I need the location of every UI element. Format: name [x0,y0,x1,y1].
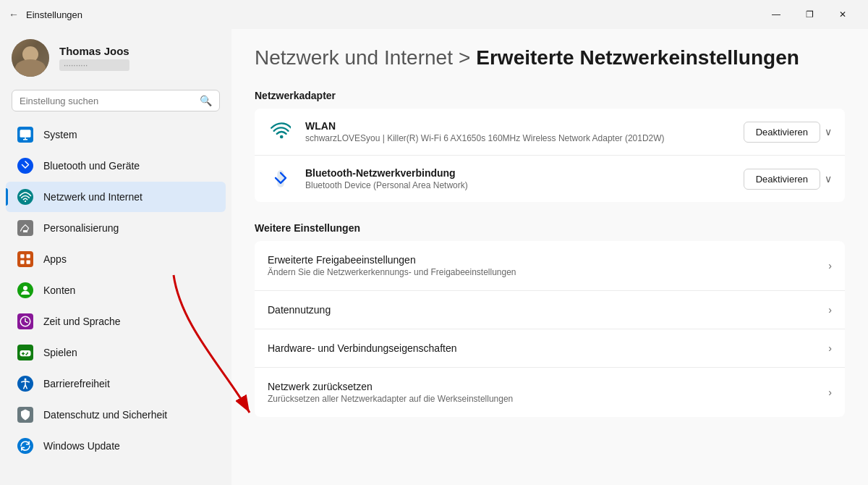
search-box[interactable]: 🔍 [12,90,220,111]
sidebar: Thomas Joos ·········· 🔍 SystemBluetooth… [0,29,231,485]
network-reset-item-desc: Zurücksetzen aller Netzwerkadapter auf d… [268,394,828,404]
apps-icon [17,251,33,267]
svg-rect-2 [23,230,27,232]
sidebar-item-personalization[interactable]: Personalisierung [6,213,226,243]
svg-point-11 [25,354,27,355]
sharing-item-desc: Ändern Sie die Netzwerkerkennungs- und F… [268,267,828,277]
svg-point-1 [25,201,26,202]
sidebar-item-label-privacy: Datenschutz und Sicherheit [43,409,167,421]
data-usage-item-info: Datennutzung [268,304,828,316]
minimize-button[interactable]: — [760,3,793,26]
bluetooth-icon [17,158,33,174]
data-usage-item-title: Datennutzung [268,304,828,316]
hardware-chevron-right-icon: › [828,342,832,354]
network-icon [17,189,33,205]
data-usage-settings-item[interactable]: Datennutzung › [255,291,845,329]
system-icon [17,127,33,143]
breadcrumb: Netzwerk und Internet > Erweiterte Netzw… [255,46,845,69]
breadcrumb-current: Erweiterte Netzwerkeinstellungen [476,46,799,69]
wlan-adapter-info: WLAN schwarzLOVESyou | Killer(R) Wi-Fi 6… [305,120,732,143]
bluetooth-net-adapter-desc: Bluetooth Device (Personal Area Network) [305,180,732,190]
title-bar-title: Einstellungen [26,9,82,20]
bluetooth-net-adapter-right: Deaktivieren ∨ [744,169,832,190]
svg-point-10 [27,353,28,354]
privacy-icon [17,407,33,423]
hardware-item-title: Hardware- und Verbindungseigenschaften [268,342,828,354]
svg-point-7 [23,286,27,290]
hardware-item-info: Hardware- und Verbindungseigenschaften [268,342,828,354]
title-bar: ← Einstellungen — ❐ ✕ [0,0,868,29]
further-settings-card: Erweiterte Freigabeeinstellungen Ändern … [255,241,845,417]
further-settings-section-title: Weitere Einstellungen [255,222,845,234]
svg-rect-5 [20,261,24,264]
svg-rect-9 [20,350,31,356]
adapters-section-title: Netzwerkadapter [255,90,845,101]
accounts-icon [17,282,33,298]
breadcrumb-parent: Netzwerk und Internet [255,46,453,69]
sharing-chevron-right-icon: › [828,260,832,271]
wlan-deactivate-button[interactable]: Deaktivieren [744,122,820,143]
nav-list: SystemBluetooth und GeräteNetzwerk und I… [0,119,231,462]
sidebar-item-system[interactable]: System [6,119,226,150]
avatar [12,39,49,77]
user-email: ·········· [59,59,129,71]
sidebar-item-label-accounts: Konten [43,284,75,296]
wlan-adapter-name: WLAN [305,120,732,132]
accessibility-icon [17,376,33,392]
wlan-adapter-desc: schwarzLOVESyou | Killer(R) Wi-Fi 6 AX16… [305,133,732,143]
sidebar-item-bluetooth[interactable]: Bluetooth und Geräte [6,151,226,181]
network-reset-item-info: Netzwerk zurücksetzen Zurücksetzen aller… [268,381,828,404]
sidebar-item-gaming[interactable]: Spielen [6,337,226,368]
sidebar-item-label-personalization: Personalisierung [43,222,119,234]
sidebar-item-label-network: Netzwerk und Internet [43,191,142,203]
network-reset-chevron-right-icon: › [828,387,832,398]
bluetooth-net-icon [268,166,294,192]
bluetooth-net-adapter-name: Bluetooth-Netzwerkverbindung [305,167,732,179]
wlan-adapter-right: Deaktivieren ∨ [744,122,832,143]
content-inner: Netzwerk und Internet > Erweiterte Netzw… [231,29,868,436]
wifi-icon [268,119,294,145]
breadcrumb-separator: > [459,46,470,69]
sidebar-item-time[interactable]: Zeit und Sprache [6,306,226,337]
title-bar-left: ← Einstellungen [9,9,82,20]
sidebar-item-accounts[interactable]: Konten [6,275,226,305]
svg-rect-6 [27,261,30,264]
wlan-adapter-item[interactable]: WLAN schwarzLOVESyou | Killer(R) Wi-Fi 6… [255,109,845,156]
sharing-settings-item[interactable]: Erweiterte Freigabeeinstellungen Ändern … [255,241,845,291]
main-layout: Thomas Joos ·········· 🔍 SystemBluetooth… [0,29,868,485]
sharing-item-info: Erweiterte Freigabeeinstellungen Ändern … [268,254,828,277]
hardware-settings-item[interactable]: Hardware- und Verbindungseigenschaften › [255,329,845,368]
svg-rect-4 [27,254,30,258]
close-button[interactable]: ✕ [826,3,859,26]
svg-point-12 [25,379,27,381]
sidebar-item-network[interactable]: Netzwerk und Internet [6,182,226,212]
sidebar-item-update[interactable]: Windows Update [6,431,226,461]
gaming-icon [17,345,33,360]
network-reset-item-title: Netzwerk zurücksetzen [268,381,828,392]
wlan-chevron-down-icon: ∨ [825,126,832,138]
user-name: Thomas Joos [59,45,129,57]
sidebar-item-accessibility[interactable]: Barrierefreiheit [6,368,226,399]
maximize-button[interactable]: ❐ [793,3,826,26]
sidebar-item-apps[interactable]: Apps [6,244,226,274]
svg-rect-3 [20,254,24,258]
time-icon [17,313,33,329]
sidebar-item-label-update: Windows Update [43,440,120,452]
network-reset-settings-item[interactable]: Netzwerk zurücksetzen Zurücksetzen aller… [255,368,845,417]
bluetooth-net-deactivate-button[interactable]: Deaktivieren [744,169,820,190]
bluetooth-net-adapter-item[interactable]: Bluetooth-Netzwerkverbindung Bluetooth D… [255,156,845,202]
bluetooth-net-adapter-info: Bluetooth-Netzwerkverbindung Bluetooth D… [305,167,732,190]
search-icon: 🔍 [200,95,212,106]
svg-rect-0 [20,130,31,138]
sidebar-item-label-bluetooth: Bluetooth und Geräte [43,160,140,172]
search-input[interactable] [20,96,194,106]
sharing-item-title: Erweiterte Freigabeeinstellungen [268,254,828,266]
sidebar-item-label-time: Zeit und Sprache [43,316,121,327]
user-profile[interactable]: Thomas Joos ·········· [0,29,231,87]
update-icon [17,438,33,454]
bluetooth-net-chevron-down-icon: ∨ [825,173,832,185]
title-bar-controls: — ❐ ✕ [760,3,859,26]
back-icon[interactable]: ← [9,9,19,20]
user-info: Thomas Joos ·········· [59,45,129,71]
sidebar-item-privacy[interactable]: Datenschutz und Sicherheit [6,400,226,430]
